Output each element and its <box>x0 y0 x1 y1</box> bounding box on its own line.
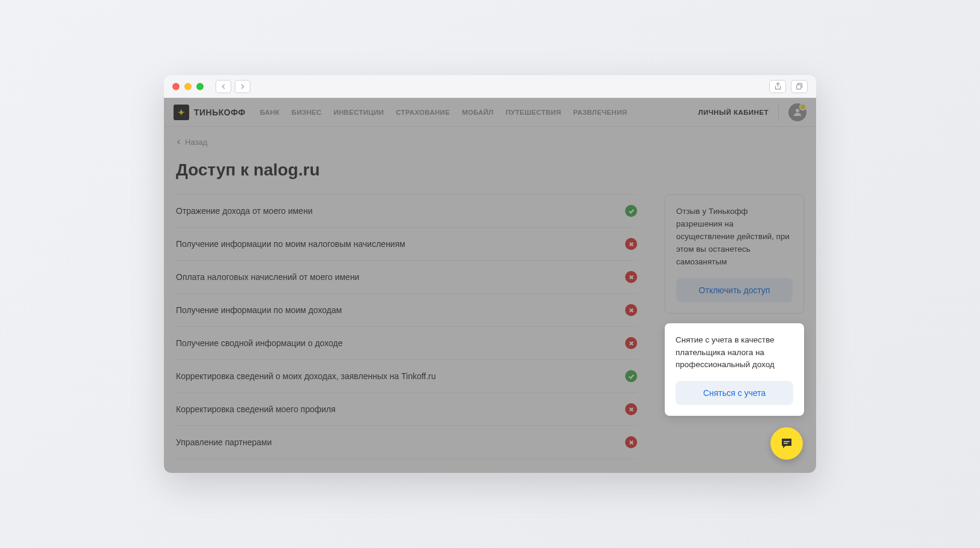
window-titlebar <box>164 75 816 98</box>
back-link[interactable]: Назад <box>176 138 207 147</box>
svg-point-2 <box>796 109 799 112</box>
permission-row[interactable]: Получение информации по моим налоговым н… <box>176 228 637 261</box>
minimize-window-button[interactable] <box>184 83 192 90</box>
permission-row[interactable]: Управление партнерами <box>176 426 637 459</box>
top-nav: ✦ ТИНЬКОФФ БАНКБИЗНЕСИНВЕСТИЦИИСТРАХОВАН… <box>164 98 816 127</box>
deregister-card: Снятие с учета в качестве плательщика на… <box>665 323 804 416</box>
close-window-button[interactable] <box>172 83 180 90</box>
permission-row[interactable]: Оплата налоговых начислений от моего име… <box>176 261 637 294</box>
svg-rect-3 <box>784 441 790 442</box>
permission-row[interactable]: Получение сводной информации о доходе <box>176 327 637 360</box>
revoke-access-card: Отзыв у Тинькофф разрешения на осуществл… <box>665 194 804 314</box>
nav-link[interactable]: ИНВЕСТИЦИИ <box>333 109 384 116</box>
permission-row[interactable]: Получение информации по моим доходам <box>176 294 637 327</box>
permission-label: Корректировка сведений моего профиля <box>176 404 336 414</box>
maximize-window-button[interactable] <box>196 83 204 90</box>
nav-link[interactable]: ПУТЕШЕСТВИЯ <box>506 109 561 116</box>
browser-window: ✦ ТИНЬКОФФ БАНКБИЗНЕСИНВЕСТИЦИИСТРАХОВАН… <box>164 75 816 473</box>
logo[interactable]: ✦ ТИНЬКОФФ <box>174 105 246 120</box>
cross-icon <box>625 436 637 448</box>
check-icon <box>625 370 637 382</box>
cross-icon <box>625 238 637 250</box>
card-text: Отзыв у Тинькофф разрешения на осуществл… <box>676 206 793 269</box>
permission-label: Получение информации по моим налоговым н… <box>176 239 405 249</box>
cross-icon <box>625 403 637 415</box>
check-icon <box>625 205 637 217</box>
back-label: Назад <box>185 138 207 147</box>
share-button[interactable] <box>769 80 786 93</box>
svg-rect-1 <box>796 85 800 89</box>
permission-row[interactable]: Корректировка сведений моего профиля <box>176 393 637 426</box>
nav-links: БАНКБИЗНЕСИНВЕСТИЦИИСТРАХОВАНИЕМОБАЙЛПУТ… <box>260 109 627 116</box>
permission-row[interactable]: Корректировка сведений о моих доходах, з… <box>176 360 637 393</box>
permission-label: Получение сводной информации о доходе <box>176 338 343 348</box>
permission-row[interactable]: Отражение дохода от моего имени <box>176 194 637 228</box>
nav-link[interactable]: БИЗНЕС <box>292 109 322 116</box>
permission-label: Оплата налоговых начислений от моего име… <box>176 272 359 282</box>
app-content: ✦ ТИНЬКОФФ БАНКБИЗНЕСИНВЕСТИЦИИСТРАХОВАН… <box>164 98 816 473</box>
permissions-list: Отражение дохода от моего имениПолучение… <box>176 194 637 459</box>
chat-icon <box>779 436 794 451</box>
cabinet-link[interactable]: ЛИЧНЫЙ КАБИНЕТ <box>698 109 769 116</box>
avatar[interactable] <box>788 103 806 121</box>
cross-icon <box>625 337 637 349</box>
nav-arrows <box>216 80 250 93</box>
page-title: Доступ к nalog.ru <box>176 160 804 180</box>
logo-text: ТИНЬКОФФ <box>194 108 246 117</box>
tabs-button[interactable] <box>791 80 808 93</box>
page-body: Назад Доступ к nalog.ru Отражение дохода… <box>164 127 816 473</box>
permission-label: Получение информации по моим доходам <box>176 305 342 315</box>
chat-fab[interactable] <box>770 427 803 460</box>
cross-icon <box>625 304 637 316</box>
permission-label: Управление партнерами <box>176 437 272 447</box>
forward-button[interactable] <box>235 80 250 93</box>
svg-rect-4 <box>784 443 788 444</box>
nav-link[interactable]: БАНК <box>260 109 280 116</box>
nav-link[interactable]: МОБАЙЛ <box>462 109 494 116</box>
revoke-access-button[interactable]: Отключить доступ <box>676 278 793 302</box>
logo-icon: ✦ <box>174 105 189 120</box>
card-text: Снятие с учета в качестве плательщика на… <box>676 334 793 372</box>
back-button[interactable] <box>216 80 231 93</box>
cross-icon <box>625 271 637 283</box>
divider <box>778 105 779 120</box>
permission-label: Отражение дохода от моего имени <box>176 206 312 216</box>
traffic-lights <box>172 83 204 90</box>
deregister-button[interactable]: Сняться с учета <box>676 381 793 405</box>
sidebar: Отзыв у Тинькофф разрешения на осуществл… <box>665 194 804 416</box>
chevron-left-icon <box>176 139 181 145</box>
permission-label: Корректировка сведений о моих доходах, з… <box>176 371 436 381</box>
nav-link[interactable]: РАЗВЛЕЧЕНИЯ <box>573 109 627 116</box>
nav-link[interactable]: СТРАХОВАНИЕ <box>396 109 450 116</box>
